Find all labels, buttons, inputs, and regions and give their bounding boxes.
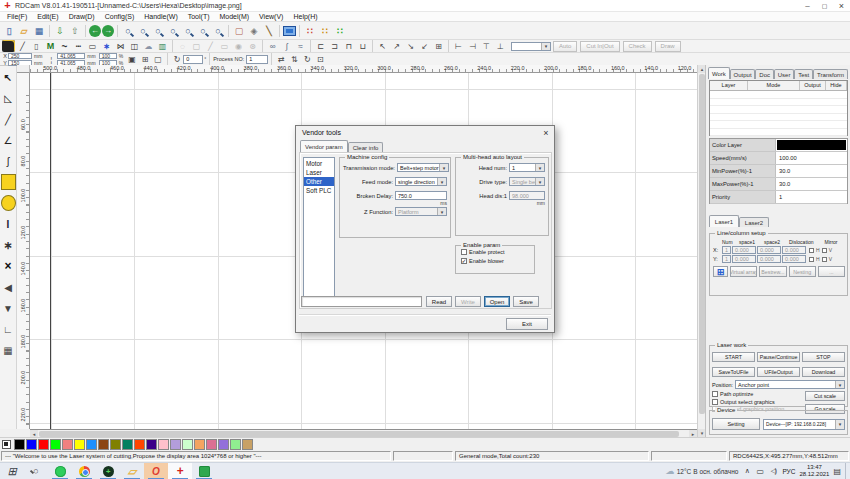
broken-delay-input[interactable]: 750.0 (395, 191, 447, 200)
array-preview-icon[interactable] (318, 24, 332, 38)
rotate-angle-input[interactable]: 0 (183, 55, 203, 64)
new-file-icon[interactable] (2, 24, 16, 38)
panel-tab[interactable]: Transform (813, 69, 848, 79)
mirror-h-checkbox[interactable] (809, 248, 814, 253)
array-tool-button[interactable]: Bestrew... (759, 266, 786, 277)
palette-color[interactable] (26, 439, 37, 450)
toolbar-button[interactable]: Cut In|Out (580, 41, 619, 52)
star-tool-icon[interactable] (1, 237, 16, 253)
space2-input[interactable]: 0.000 (757, 246, 781, 254)
checkbox[interactable] (461, 249, 467, 255)
property-row[interactable]: MinPower(%)-1 30.0 (710, 165, 847, 178)
device-select[interactable]: Device---[IP: 192.168.0.228] (763, 419, 845, 430)
align-top-icon[interactable] (480, 40, 493, 52)
z-function-select[interactable]: Platform (395, 207, 447, 216)
ellipse-draw-icon[interactable] (1, 195, 16, 211)
align-right-icon[interactable] (466, 40, 479, 52)
import-file-icon[interactable] (53, 24, 67, 38)
checkbox[interactable] (712, 391, 718, 397)
dislocation-input[interactable]: 0.000 (782, 255, 806, 263)
text-tool-icon[interactable] (1, 216, 16, 232)
checkbox[interactable] (712, 399, 718, 405)
palette-color[interactable] (50, 439, 61, 450)
maximize-button[interactable] (816, 0, 833, 12)
undo-icon[interactable] (89, 25, 101, 37)
color-pick-icon[interactable] (247, 24, 261, 38)
rotate-icon[interactable] (171, 54, 183, 65)
link-icon[interactable] (266, 40, 279, 52)
tray-expand-icon[interactable] (742, 465, 752, 477)
cut-line-icon[interactable] (16, 40, 29, 52)
save-button[interactable]: Save (513, 296, 539, 307)
array-tool-button[interactable]: Virtual array (730, 266, 757, 277)
menu-item[interactable]: Draw(D) (64, 13, 100, 20)
scale-button[interactable]: Cut scale (805, 391, 845, 401)
palette-color[interactable] (122, 439, 133, 450)
taskbar-search-button[interactable] (24, 463, 48, 479)
select-frame-icon[interactable] (232, 24, 246, 38)
line-icon[interactable] (1, 111, 16, 127)
palette-color[interactable] (230, 439, 241, 450)
taskbar-app-chrome[interactable] (72, 463, 96, 479)
taskbar-app-notes[interactable] (192, 463, 216, 479)
weld-v-icon[interactable] (128, 40, 141, 52)
laser-file-button[interactable]: Download (802, 367, 845, 377)
dash-line-icon[interactable] (72, 40, 85, 52)
mirror-v-checkbox[interactable] (822, 257, 827, 262)
preview-monitor-icon[interactable] (283, 26, 296, 36)
align-top-left-icon[interactable] (376, 40, 389, 52)
apply-size-icon[interactable] (126, 54, 138, 65)
palette-color[interactable] (134, 439, 145, 450)
drive-type-select[interactable]: Single belt (509, 177, 545, 186)
palette-color[interactable] (170, 439, 181, 450)
taskbar-app-explorer[interactable] (120, 463, 144, 479)
laser-tab[interactable]: Laser2 (739, 217, 769, 227)
array-direction-button[interactable]: ⊞ (713, 266, 728, 277)
node-tree-icon[interactable] (100, 40, 113, 52)
toolbar-button[interactable]: Auto (553, 41, 577, 52)
array-simulate-icon[interactable] (303, 24, 317, 38)
device-setting-button[interactable]: Setting (712, 418, 760, 430)
crop-box-icon[interactable] (190, 40, 203, 52)
read-button[interactable]: Read (426, 296, 452, 307)
laser-work-button[interactable]: START (712, 352, 755, 362)
zoom-page-icon[interactable] (211, 24, 225, 38)
align-center-icon[interactable] (432, 40, 445, 52)
vendor-category-list[interactable]: MotorLaserOtherSoft PLC (303, 157, 335, 302)
laser-work-button[interactable]: Pause/Continue (757, 352, 800, 362)
palette-color[interactable] (98, 439, 109, 450)
squeeze-left-icon[interactable] (314, 40, 327, 52)
property-value[interactable]: 30.0 (776, 165, 847, 177)
space1-input[interactable]: 0.000 (732, 246, 756, 254)
pen-edit-icon[interactable] (262, 24, 276, 38)
menu-item[interactable]: Handle(W) (139, 13, 182, 20)
list-item[interactable]: Motor (304, 159, 334, 168)
show-desktop-button[interactable] (845, 463, 848, 479)
menu-item[interactable]: View(V) (254, 13, 288, 20)
mirror-copy-v-icon[interactable] (288, 54, 300, 65)
start-button[interactable] (0, 463, 24, 479)
eraser-icon[interactable] (218, 40, 231, 52)
property-row[interactable]: Color Layer (710, 139, 847, 152)
align-left-icon[interactable] (452, 40, 465, 52)
toolbar-button[interactable]: Draw (655, 41, 681, 52)
minimize-button[interactable] (799, 0, 816, 12)
delete-icon[interactable] (1, 258, 16, 274)
feed-mode-select[interactable]: single direction (395, 177, 447, 186)
enable-checkbox-row[interactable]: ✓ Enable blower (461, 258, 534, 264)
menu-item[interactable]: File(F) (2, 13, 32, 20)
zoom-out-icon[interactable] (136, 24, 150, 38)
mirror-h-icon[interactable] (1, 279, 16, 295)
zoom-select-icon[interactable] (196, 24, 210, 38)
gear-icon[interactable] (246, 40, 259, 52)
taskbar-app-opera[interactable] (144, 463, 168, 479)
squeeze-right-icon[interactable] (328, 40, 341, 52)
property-row[interactable]: MaxPower(%)-1 30.0 (710, 178, 847, 191)
head-distance-input[interactable]: 98.000 (509, 191, 545, 200)
palette-color[interactable] (74, 439, 85, 450)
dislocation-input[interactable]: 0.000 (782, 246, 806, 254)
invert-display-icon[interactable] (2, 40, 15, 52)
option-checkbox-row[interactable]: Output select graphics (712, 399, 803, 405)
property-value[interactable]: 100.00 (776, 152, 847, 164)
zoom-in-icon[interactable] (151, 24, 165, 38)
